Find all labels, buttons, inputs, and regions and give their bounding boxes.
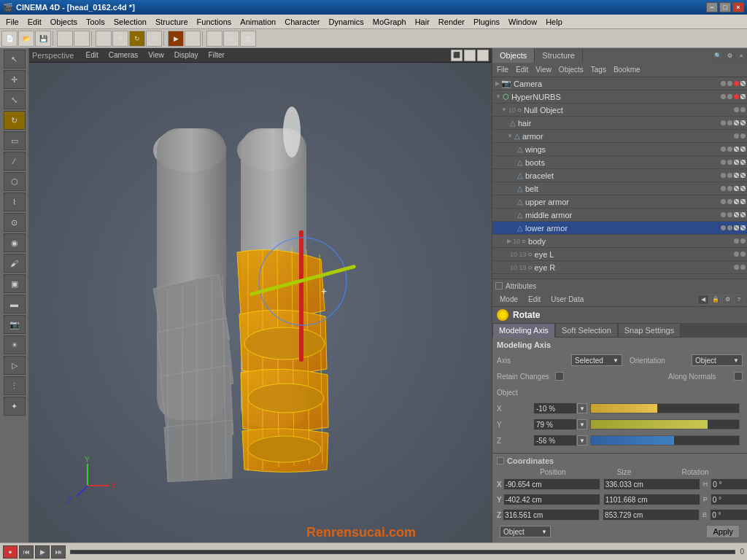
menu-item-plugins[interactable]: Plugins — [469, 16, 504, 28]
z-value-box[interactable]: -56 % — [533, 435, 577, 446]
y-down-btn[interactable]: ▼ — [577, 419, 587, 429]
tool-cursor[interactable]: ↖ — [4, 50, 26, 69]
attr-collapse-icon[interactable] — [495, 282, 503, 289]
x-value-box[interactable]: -10 % — [533, 402, 577, 414]
list-item[interactable]: 10 19 ○ eye L — [492, 248, 747, 261]
toolbar-render-active-btn[interactable]: ▷ — [185, 31, 201, 47]
tool-move[interactable]: ✛ — [4, 70, 26, 89]
x-slider-track[interactable] — [590, 403, 740, 413]
timeline-bar[interactable] — [70, 550, 735, 554]
tool-camera[interactable]: 📷 — [4, 315, 26, 334]
y-value-box[interactable]: 79 % — [533, 419, 577, 430]
viewport-close-btn[interactable]: × — [477, 50, 489, 61]
viewport-maximize-btn[interactable]: ⬛ — [451, 50, 462, 61]
tool-sculpt[interactable]: ◉ — [4, 233, 26, 252]
list-item[interactable]: ▶ 10 ○ body — [492, 235, 747, 248]
toolbar-render-btn[interactable]: ▶ — [168, 31, 184, 47]
tool-bridge[interactable]: ⌇ — [4, 192, 26, 211]
subtab-soft-selection[interactable]: Soft Selection — [555, 323, 618, 338]
toolbar-new-btn[interactable]: 📄 — [1, 31, 18, 47]
toolbar-edge-btn[interactable]: ═ — [223, 31, 239, 47]
tab-objects[interactable]: Objects — [492, 48, 535, 63]
menu-item-edit[interactable]: Edit — [23, 16, 46, 28]
list-item[interactable]: △ middle armor — [492, 209, 747, 222]
menu-item-selection[interactable]: Selection — [109, 16, 151, 28]
tool-joints[interactable]: ✦ — [4, 397, 26, 416]
retain-changes-checkbox[interactable] — [555, 372, 564, 381]
list-item-selected[interactable]: △ lower armor — [492, 222, 747, 235]
h-rotation-input[interactable] — [711, 478, 747, 490]
tool-box-select[interactable]: ▭ — [4, 131, 26, 150]
menu-item-window[interactable]: Window — [504, 16, 541, 28]
axis-dropdown[interactable]: Selected ▼ — [571, 354, 622, 366]
viewport-display-menu[interactable]: Display — [171, 51, 201, 59]
anim-record-btn[interactable]: ● — [3, 545, 18, 559]
z-size-input[interactable] — [603, 509, 700, 521]
apply-button[interactable]: Apply — [706, 525, 740, 538]
list-item[interactable]: ▼ ⬡ HyperNURBS — [492, 90, 747, 104]
list-item[interactable]: 10 19 ○ eye R — [492, 261, 747, 274]
obj-edit-menu[interactable]: Edit — [513, 65, 531, 74]
anim-prev-key-btn[interactable]: ⏮ — [19, 545, 34, 559]
close-button[interactable]: × — [732, 2, 744, 12]
viewport-filter-menu[interactable]: Filter — [206, 51, 228, 59]
tool-timeline[interactable]: ⋮ — [4, 376, 26, 395]
orientation-dropdown[interactable]: Object ▼ — [692, 354, 743, 366]
obj-bookmarks-menu[interactable]: Bookme — [611, 65, 643, 74]
toolbar-redo-btn[interactable]: ↪ — [74, 31, 90, 47]
obj-objects-menu[interactable]: Objects — [556, 65, 587, 74]
toolbar-undo-btn[interactable]: ↩ — [57, 31, 73, 47]
menu-item-render[interactable]: Render — [434, 16, 469, 28]
list-item[interactable]: ▼ △ armor — [492, 130, 747, 143]
z-slider-track[interactable] — [590, 435, 740, 446]
list-item[interactable]: △ boots — [492, 156, 747, 169]
tool-light[interactable]: ☀ — [4, 335, 26, 354]
obj-close-icon[interactable]: × — [735, 50, 747, 61]
z-position-input[interactable] — [503, 509, 600, 521]
tool-magnet[interactable]: ⊙ — [4, 213, 26, 232]
y-position-input[interactable] — [503, 494, 600, 505]
menu-item-dynamics[interactable]: Dynamics — [325, 16, 368, 28]
x-down-btn[interactable]: ▼ — [577, 403, 587, 413]
viewport-toggle-btn[interactable]: ◫ — [464, 50, 476, 61]
subtab-snap-settings[interactable]: Snap Settings — [618, 323, 681, 338]
list-item[interactable]: ▶ 📷 Camera — [492, 77, 747, 90]
obj-tags-menu[interactable]: Tags — [588, 65, 609, 74]
viewport-canvas[interactable]: + X Y Z Renrensucai.com WITH A GREAT SIT… — [29, 63, 492, 542]
attr-menu-icon[interactable]: ⚙ — [722, 295, 732, 305]
y-slider-track[interactable] — [590, 419, 740, 429]
b-rotation-input[interactable] — [710, 509, 747, 521]
anim-play-btn[interactable]: ▶ — [35, 545, 50, 559]
tool-rotate[interactable]: ↻ — [4, 111, 26, 130]
list-item[interactable]: ▼ 10 ○ Null Object — [492, 104, 747, 117]
menu-item-character[interactable]: Character — [280, 16, 324, 28]
attr-back-btn[interactable]: ◀ — [697, 295, 709, 305]
menu-item-structure[interactable]: Structure — [151, 16, 193, 28]
viewport-edit-menu[interactable]: Edit — [82, 51, 101, 59]
subtab-modeling-axis[interactable]: Modeling Axis — [492, 323, 555, 338]
anim-next-key-btn[interactable]: ⏭ — [51, 545, 66, 559]
obj-search-icon[interactable]: 🔍 — [712, 50, 724, 61]
list-item[interactable]: △ belt — [492, 182, 747, 195]
obj-file-menu[interactable]: File — [494, 65, 511, 74]
tool-knife[interactable]: ∕ — [4, 152, 26, 171]
tool-extrude[interactable]: ⬡ — [4, 172, 26, 191]
tool-paint[interactable]: 🖌 — [4, 254, 26, 273]
toolbar-move-btn[interactable]: ✛ — [112, 31, 128, 47]
toolbar-select-btn[interactable]: ⊹ — [96, 31, 112, 47]
object-dropdown[interactable]: Object ▼ — [500, 526, 551, 537]
tool-texture[interactable]: ▣ — [4, 274, 26, 293]
list-item[interactable]: △ bracelet — [492, 169, 747, 182]
toolbar-pts-btn[interactable]: · — [206, 31, 222, 47]
toolbar-scale-btn[interactable]: ⤡ — [146, 31, 162, 47]
attr-help-icon[interactable]: ? — [734, 295, 744, 305]
toolbar-save-btn[interactable]: 💾 — [35, 31, 51, 47]
x-size-input[interactable] — [603, 478, 700, 490]
viewport[interactable]: Perspective Edit Cameras View Display Fi… — [29, 48, 492, 542]
tool-anim[interactable]: ▷ — [4, 356, 26, 375]
attr-mode-tab[interactable]: Mode — [495, 295, 522, 304]
tool-scale[interactable]: ⤡ — [4, 90, 26, 109]
list-item[interactable]: △ wings — [492, 143, 747, 156]
tool-floor[interactable]: ▬ — [4, 295, 26, 314]
maximize-button[interactable]: □ — [719, 2, 731, 12]
